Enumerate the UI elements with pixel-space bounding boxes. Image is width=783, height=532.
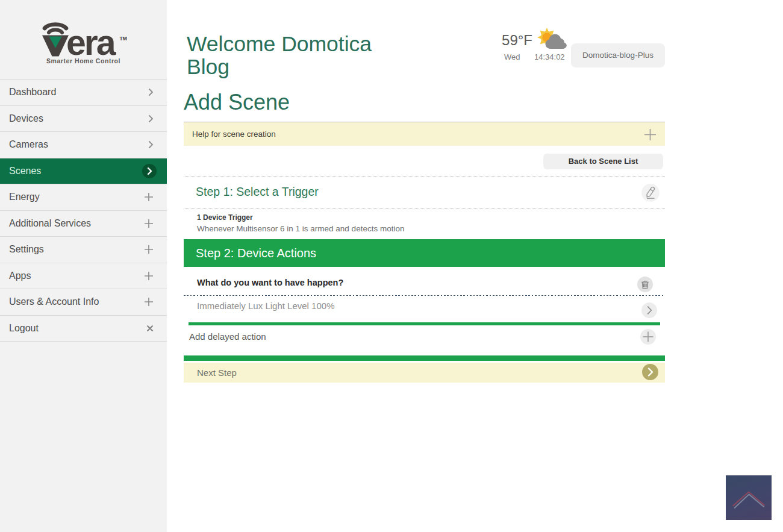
svg-text:Smarter Home Control: Smarter Home Control (46, 57, 120, 64)
svg-text:TM: TM (120, 36, 127, 42)
